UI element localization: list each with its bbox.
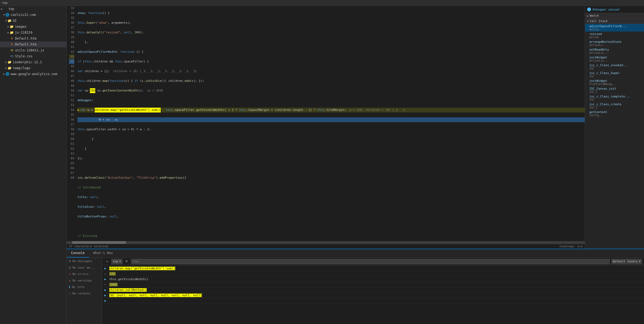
call-stack-item-6[interactable]: isc_c_Class_Super ISC	[585, 71, 644, 79]
sidebar-item-images[interactable]: ▶ 📁 images	[0, 24, 66, 30]
watch-arrow: ▶	[587, 15, 589, 17]
call-stack-section-header[interactable]: ▼ Call Stack	[585, 19, 644, 24]
sidebar-item-templogo[interactable]: ▶ 📁 temp/logo	[0, 65, 66, 71]
horizontal-scrollbar[interactable]	[67, 241, 585, 244]
tab-console[interactable]: Console	[67, 249, 89, 258]
call-stack-item-5[interactable]: isc_c_Class_invokeS... ISC	[585, 63, 644, 71]
code-content: show: function() { this.Super("show", ar…	[76, 6, 585, 241]
debugger-panel: i Debugger paused ▶ Watch ▼ Call Stack a…	[585, 6, 644, 249]
sidebar-item-style[interactable]: CS Style.css	[0, 53, 66, 59]
main-layout: ▶ top ▼ 🌐 coolsis12.com ▼ 📁 UI ▶ 📁 image…	[0, 6, 644, 324]
sidebar-item-utils[interactable]: JS utils-120411.js	[0, 47, 66, 53]
prompt-arrow: ▶	[104, 299, 108, 302]
watch-section-header[interactable]: ▶ Watch	[585, 13, 644, 19]
call-stack-item-2[interactable]: arrangeButtonState ActionLi...	[585, 40, 644, 47]
console-row-0: ▶ children.map("getVisibleWidth").sum()	[102, 266, 644, 271]
code-line-46: }	[78, 137, 585, 142]
sidebar-item-ui[interactable]: ▼ 📁 UI	[0, 18, 66, 24]
debugger-paused-banner: i Debugger paused	[585, 6, 644, 13]
tab-whats-new[interactable]: What's New	[89, 249, 117, 258]
call-stack-item-3[interactable]: setReadOnly ActionLis...	[585, 47, 644, 55]
expand-arrow-4[interactable]: ▶	[104, 288, 108, 292]
console-filter-errors[interactable]: ✕ No errors	[67, 271, 102, 277]
call-stack-item-11[interactable]: getContent Config...	[585, 110, 644, 118]
console-filter-info[interactable]: ℹ No info	[67, 284, 102, 290]
info-icon: ℹ	[69, 285, 70, 289]
code-line-49	[78, 166, 585, 171]
console-filter-messages[interactable]: ≡ No messages	[67, 258, 102, 264]
context-selector[interactable]: top ▼	[111, 259, 122, 264]
code-line-48: });	[78, 156, 585, 161]
call-stack-label: Call Stack	[590, 19, 607, 23]
code-line-45: this.spaceFiller.width = (w > 0) ? w : 1…	[78, 127, 585, 132]
code-editor[interactable]: 33343536 37383940 414243 44 45464748 495…	[67, 6, 585, 249]
code-line-42: debugger;	[78, 98, 585, 103]
editor-debugger-row: 33343536 37383940 414243 44 45464748 495…	[67, 6, 644, 249]
result-arrow-1: ←	[104, 272, 108, 276]
watch-label: Watch	[590, 14, 599, 17]
bottom-tabs: Console What's New	[67, 249, 644, 258]
console-inner: ≡ No messages ◎ No user me... ✕ No error…	[67, 258, 644, 324]
log-levels-selector[interactable]: Default levels ▼	[611, 259, 642, 264]
sidebar-item-isomorphic[interactable]: ▶ 📁 isomorphic-12.1	[0, 59, 66, 65]
code-line-43: ▶ var w = children.map("getVisibleWidth"…	[78, 108, 585, 112]
code-line-41: var cw 192 is.getInnerContentWidth(); cw…	[78, 88, 585, 93]
top-bar-title: top	[2, 1, 8, 5]
sidebar-item-google[interactable]: ▶ 🌐 www.google-analytics.com	[0, 71, 66, 77]
console-row-1: ← 192	[102, 271, 644, 277]
code-line-53: titleIcon: null,	[78, 205, 585, 209]
code-line-50: isc.defineClass("ActionToolbar", "TileSt…	[78, 175, 585, 180]
code-line-34: this.Super("show", arguments);	[78, 20, 585, 25]
debugger-paused-icon: i	[587, 8, 591, 11]
code-line-55	[78, 224, 585, 229]
console-row-2: ▶ this.getVisibleWidth()	[102, 277, 644, 282]
code-line-36: },	[78, 40, 585, 45]
code-line-54: titleButtonProps: null,	[78, 214, 585, 219]
code-line-38: if (this.children && this.spaceFiller) {	[78, 59, 585, 64]
code-line-56: // Existing	[78, 234, 585, 238]
expand-arrow-0[interactable]: ▶	[104, 267, 108, 270]
call-stack-item-0[interactable]: adjustSpaceFillerW... Action	[585, 24, 644, 32]
console-filter-warnings[interactable]: ⚠ No warnings	[67, 277, 102, 284]
coverage-status: Coverage: n/a	[559, 245, 583, 248]
code-line-47: }	[78, 146, 585, 151]
console-prompt[interactable]: ▶	[102, 298, 644, 304]
call-stack-item-4[interactable]: initWidget ActionLis...	[585, 55, 644, 63]
expand-arrow-2[interactable]: ▶	[104, 277, 108, 281]
console-row-4: ▶ children.callMethod()	[102, 287, 644, 293]
expand-arrow-5[interactable]: ▶	[104, 294, 108, 297]
result-arrow-3: ←	[104, 283, 108, 286]
code-line-52: title: null,	[78, 195, 585, 200]
call-stack-item-8[interactable]: ISC_Canvas_init ISC_C	[585, 86, 644, 94]
call-stack-item-1[interactable]: resized Action	[585, 32, 644, 40]
call-stack-list: adjustSpaceFillerW... Action resized Act…	[585, 24, 644, 249]
call-stack-item-9[interactable]: isc_c_Class_complete... ISC	[585, 94, 644, 102]
code-line-33: show: function() {	[78, 11, 585, 16]
clear-console-button[interactable]: ⊘	[104, 259, 110, 264]
verbose-icon: ◌	[69, 291, 71, 295]
sidebar-item-top[interactable]: ▶ top	[0, 6, 66, 12]
sidebar-item-default2[interactable]: H Default.htm	[0, 41, 66, 47]
console-filter-input[interactable]	[131, 259, 610, 264]
user-icon: ◎	[69, 266, 71, 269]
call-stack-item-10[interactable]: isc_c_Class_create ISC_C	[585, 102, 644, 110]
console-filter-user[interactable]: ◎ No user me...	[67, 264, 102, 271]
console-sidebar: ≡ No messages ◎ No user me... ✕ No error…	[67, 258, 102, 324]
line-numbers: 33343536 37383940 414243 44 45464748 495…	[67, 6, 76, 241]
sidebar-item-js110319[interactable]: ▶ 📁 js-110319	[0, 30, 66, 36]
console-filter-verbose[interactable]: ◌ No verbose	[67, 290, 102, 297]
messages-icon: ≡	[69, 259, 71, 263]
bottom-panel: Console What's New ≡ No messages ◎ No us…	[67, 249, 644, 324]
sidebar-item-coolsis[interactable]: ▼ 🌐 coolsis12.com	[0, 12, 66, 18]
console-main: ⊘ top ▼ 👁 Default levels ▼	[102, 258, 644, 324]
center-right: 33343536 37383940 414243 44 45464748 495…	[67, 6, 644, 324]
selection-status: 37 characters selected	[69, 245, 108, 248]
eye-filter-button[interactable]: 👁	[124, 259, 129, 264]
code-line-35: this.delayCall("resized", null, 300);	[78, 30, 585, 35]
code-line-40: this.children.map(function(c) { if (c.is…	[78, 79, 585, 83]
code-line-51: // Introduced	[78, 185, 585, 190]
code-line-39: var children = []; children = (8) [_3, _…	[78, 69, 585, 74]
code-line-37: adjustSpaceFillerWidth: function () {	[78, 50, 585, 54]
sidebar-item-default1[interactable]: H Default.htm	[0, 36, 66, 41]
call-stack-item-7[interactable]: initWidget FlexFieldManag...	[585, 79, 644, 86]
